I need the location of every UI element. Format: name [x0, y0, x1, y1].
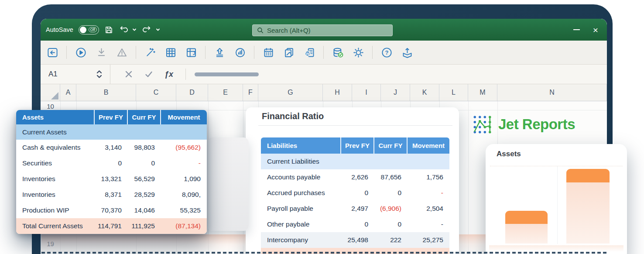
table-row: Securities 0 0 -: [16, 155, 207, 171]
column-header-l[interactable]: L: [439, 84, 468, 101]
section-row: Current Assets: [16, 124, 207, 140]
select-all-corner[interactable]: [41, 84, 60, 101]
name-box[interactable]: A1: [41, 65, 110, 84]
share-box-icon: [401, 47, 413, 58]
table-row: Intercompany 25,498 222 25,275: [261, 232, 449, 248]
cancel-icon[interactable]: [124, 70, 133, 79]
formula-content-placeholder[interactable]: [195, 72, 259, 76]
column-header-f[interactable]: F: [243, 84, 258, 101]
bar-cap: [566, 169, 610, 182]
search-icon: [257, 27, 264, 34]
run-report-button[interactable]: [74, 46, 87, 59]
wizard-button[interactable]: [144, 46, 157, 59]
minimize-button[interactable]: [573, 29, 580, 30]
table-row: Accrued purchases 0 0 -: [261, 185, 449, 201]
warnings-button[interactable]: [115, 46, 128, 59]
column-header-m[interactable]: M: [468, 84, 497, 101]
table-row: Accounts payable 2,626 87,656 1,756: [261, 169, 449, 185]
section-row: Current Liabilities: [261, 154, 449, 169]
export-word-button[interactable]: W: [303, 46, 316, 59]
title-underline: [258, 125, 452, 126]
svg-text:W: W: [306, 51, 309, 55]
database-check-icon: [332, 47, 344, 58]
gear-icon: [353, 47, 364, 58]
table-button[interactable]: [164, 46, 177, 59]
column-header-h[interactable]: H: [323, 84, 352, 101]
download-button[interactable]: [95, 46, 108, 59]
chart-top-rule: [490, 166, 623, 166]
publish-button[interactable]: [213, 46, 226, 59]
search-box[interactable]: [252, 24, 393, 36]
cell-reference: A1: [48, 70, 58, 79]
back-button[interactable]: [46, 46, 59, 59]
assets-table: Assets Prev FY Curr FY Movement Current …: [16, 110, 207, 234]
column-header-e[interactable]: E: [208, 84, 243, 101]
chart-divider: [557, 166, 558, 244]
chart-floor-glow: [489, 245, 623, 252]
toolbar-separator: [254, 46, 254, 59]
redo-icon: [142, 25, 152, 34]
toolbar-separator: [136, 46, 136, 59]
column-header: Liabilities: [261, 137, 340, 154]
upload-arrow-icon: [214, 47, 226, 58]
column-header-j[interactable]: J: [381, 84, 410, 101]
column-header-d[interactable]: D: [176, 84, 208, 101]
column-header-a[interactable]: A: [60, 84, 76, 101]
undo-button[interactable]: [119, 25, 128, 34]
table-row: Inventories 13,321 56,529 1,090: [16, 171, 207, 187]
liabilities-table: Liabilities Prev FY Curr FY Movement Cur…: [261, 137, 449, 254]
settings-button[interactable]: [352, 46, 365, 59]
title-bar: AutoSave Off: [41, 19, 607, 41]
column-header: Prev FY: [94, 110, 127, 124]
formula-bar: A1 ƒx: [41, 65, 607, 84]
row-number[interactable]: 10: [41, 103, 60, 110]
bar-prev: [505, 211, 548, 244]
chart-circle-icon: [234, 47, 246, 58]
download-arrow-icon: [96, 47, 107, 58]
autosave-state: Off: [89, 27, 97, 32]
magic-wand-icon: [144, 47, 156, 58]
column-header: Curr FY: [127, 110, 160, 124]
torn-edge: [41, 252, 607, 254]
table-row: Inventories 8,371 28,529 8,090,: [16, 187, 207, 203]
pivot-table-icon: J: [185, 47, 197, 58]
redo-button[interactable]: [142, 25, 152, 34]
jet-reports-logo-icon: [472, 114, 492, 134]
report-designer-button[interactable]: [282, 46, 295, 59]
redo-dropdown[interactable]: [155, 27, 161, 32]
toolbar-separator: [66, 46, 67, 59]
calendar-icon: [263, 47, 274, 58]
column-header-i[interactable]: I: [352, 84, 381, 101]
brand-name: Jet Reports: [498, 116, 575, 133]
chart-button[interactable]: [233, 46, 247, 59]
enter-check-icon[interactable]: [144, 70, 153, 79]
search-input[interactable]: [267, 27, 376, 34]
column-header-c[interactable]: C: [136, 84, 176, 101]
column-headers: A B C D E F G H I J K L M N: [41, 84, 607, 101]
column-header-b[interactable]: B: [76, 84, 136, 101]
save-button[interactable]: [104, 25, 113, 34]
insert-function-button[interactable]: ƒx: [164, 70, 173, 79]
share-button[interactable]: [401, 46, 414, 59]
report-designer-icon: [283, 47, 295, 58]
help-button[interactable]: ?: [380, 46, 393, 59]
data-source-button[interactable]: [331, 46, 344, 59]
close-button[interactable]: ×: [593, 25, 598, 34]
column-header-n[interactable]: N: [497, 84, 607, 101]
name-box-stepper-icon[interactable]: [96, 69, 103, 79]
minimize-icon: [573, 29, 580, 30]
undo-icon: [119, 25, 128, 34]
column-header-g[interactable]: G: [258, 84, 323, 101]
formula-separator: [185, 69, 186, 80]
scheduler-button[interactable]: [262, 46, 275, 59]
background-card: [207, 137, 249, 231]
table-grid-icon: [165, 47, 177, 58]
help-question-icon: ?: [381, 47, 393, 58]
column-header-k[interactable]: K: [410, 84, 439, 101]
autosave-toggle[interactable]: Off: [79, 25, 99, 34]
table-header-row: Assets Prev FY Curr FY Movement: [16, 110, 207, 124]
pivot-button[interactable]: J: [185, 46, 198, 59]
svg-text:J: J: [192, 51, 195, 56]
table-row: Other paybale 0 0 -: [261, 216, 449, 232]
undo-dropdown[interactable]: [132, 27, 137, 32]
